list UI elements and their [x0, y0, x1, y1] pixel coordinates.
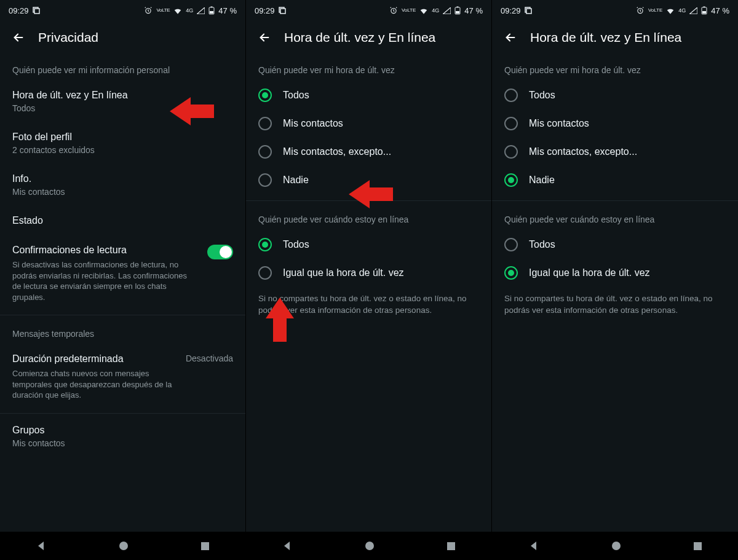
status-bar: 09:29 VoLTE 4G 47 %	[246, 0, 491, 21]
divider	[492, 200, 738, 201]
svg-rect-12	[457, 7, 459, 8]
radio-my-contacts[interactable]: Mis contactos	[246, 109, 491, 138]
svg-rect-1	[34, 9, 39, 14]
radio-everyone[interactable]: Todos	[492, 81, 738, 109]
setting-description: Si desactivas las confirmaciones de lect…	[12, 259, 197, 302]
privacy-note: Si no compartes tu hora de últ. vez o es…	[492, 287, 738, 320]
radio-my-contacts[interactable]: Mis contactos	[492, 109, 738, 138]
radio-label: Mis contactos	[529, 118, 589, 129]
setting-value: Mis contactos	[12, 187, 65, 197]
status-network: 4G	[186, 7, 193, 14]
status-network: 4G	[432, 7, 439, 14]
svg-rect-13	[456, 11, 459, 14]
alarm-icon	[144, 6, 153, 15]
app-bar: Hora de últ. vez y En línea	[492, 21, 738, 54]
status-battery-pct: 47 %	[218, 6, 237, 15]
section-header-disappearing: Mensajes temporales	[0, 318, 245, 345]
nav-back-button[interactable]	[528, 540, 539, 551]
svg-rect-21	[702, 11, 706, 14]
radio-label: Todos	[529, 239, 555, 250]
privacy-note: Si no compartes tu hora de últ. vez o es…	[246, 287, 491, 320]
divider	[0, 315, 245, 315]
setting-status[interactable]: Estado	[0, 207, 245, 236]
radio-my-contacts-except[interactable]: Mis contactos, excepto...	[492, 138, 738, 166]
screen-last-seen-after: 09:29 VoLTE 4G 47 % Hora de últ. vez y E…	[492, 0, 738, 560]
setting-last-seen[interactable]: Hora de últ. vez y En línea Todos	[0, 81, 245, 123]
setting-label: Hora de últ. vez y En línea	[12, 90, 128, 101]
status-volte: VoLTE	[648, 8, 662, 13]
radio-button-icon	[258, 117, 272, 130]
status-bar: 09:29 VoLTE 4G 47	[0, 0, 245, 21]
radio-label: Todos	[529, 90, 555, 101]
battery-icon	[454, 6, 461, 15]
setting-groups[interactable]: Grupos Mis contactos	[0, 416, 245, 458]
radio-online-same-as-last-seen[interactable]: Igual que la hora de últ. vez	[246, 259, 491, 287]
radio-everyone[interactable]: Todos	[246, 81, 491, 109]
back-button[interactable]	[10, 29, 27, 46]
section-header-last-seen: Quién puede ver mi hora de últ. vez	[492, 54, 738, 81]
setting-label: Info.	[12, 173, 31, 184]
radio-label: Todos	[283, 239, 309, 250]
wifi-icon	[419, 7, 428, 14]
svg-rect-15	[447, 542, 455, 550]
alarm-icon	[636, 6, 645, 15]
setting-read-receipts[interactable]: Confirmaciones de lectura Si desactivas …	[0, 236, 245, 312]
svg-rect-23	[694, 542, 702, 550]
divider	[246, 200, 491, 201]
screenshot-icon	[279, 7, 286, 14]
radio-online-everyone[interactable]: Todos	[492, 231, 738, 259]
setting-label: Foto del perfil	[12, 132, 72, 143]
section-header-online: Quién puede ver cuándo estoy en línea	[246, 203, 491, 231]
page-title: Privacidad	[38, 30, 98, 45]
radio-button-icon	[504, 117, 518, 130]
radio-nobody[interactable]: Nadie	[246, 166, 491, 194]
radio-button-icon	[504, 173, 518, 187]
setting-default-timer[interactable]: Duración predeterminada Comienza chats n…	[0, 345, 245, 411]
status-bar: 09:29 VoLTE 4G 47 %	[492, 0, 738, 21]
status-battery-pct: 47 %	[711, 6, 729, 15]
back-button[interactable]	[256, 29, 273, 46]
nav-home-button[interactable]	[365, 541, 375, 551]
nav-back-button[interactable]	[36, 540, 47, 551]
screen-privacy: 09:29 VoLTE 4G 47	[0, 0, 246, 560]
setting-value: Mis contactos	[12, 438, 65, 448]
signal-icon	[443, 7, 451, 14]
nav-back-button[interactable]	[282, 540, 293, 551]
radio-label: Nadie	[529, 175, 555, 186]
divider	[0, 413, 245, 414]
alarm-icon	[389, 6, 398, 15]
radio-label: Mis contactos, excepto...	[283, 146, 391, 157]
radio-button-icon	[258, 266, 272, 280]
radio-button-icon	[258, 89, 272, 102]
app-bar: Privacidad	[0, 21, 245, 54]
read-receipts-toggle[interactable]	[207, 245, 233, 259]
radio-online-same-as-last-seen[interactable]: Igual que la hora de últ. vez	[492, 259, 738, 287]
nav-home-button[interactable]	[119, 541, 129, 551]
radio-button-icon	[504, 266, 518, 280]
svg-point-6	[119, 542, 128, 550]
status-time: 09:29	[255, 6, 275, 15]
svg-rect-20	[704, 7, 705, 8]
screenshot-icon	[33, 7, 40, 14]
section-header-personal: Quién puede ver mi información personal	[0, 54, 245, 81]
screen-last-seen-before: 09:29 VoLTE 4G 47 % Hora de últ. vez y E…	[246, 0, 492, 560]
radio-nobody[interactable]: Nadie	[492, 166, 738, 194]
nav-recent-button[interactable]	[200, 542, 210, 551]
setting-profile-photo[interactable]: Foto del perfil 2 contactos excluidos	[0, 123, 245, 165]
android-nav-bar	[0, 532, 245, 560]
nav-recent-button[interactable]	[446, 542, 456, 551]
nav-recent-button[interactable]	[693, 542, 702, 551]
nav-home-button[interactable]	[611, 541, 621, 551]
svg-rect-5	[210, 11, 213, 14]
section-header-online: Quién puede ver cuándo estoy en línea	[492, 203, 738, 231]
battery-icon	[208, 6, 215, 15]
status-time: 09:29	[501, 6, 521, 15]
radio-online-everyone[interactable]: Todos	[246, 231, 491, 259]
back-button[interactable]	[502, 29, 519, 46]
wifi-icon	[173, 7, 182, 14]
radio-label: Mis contactos, excepto...	[529, 146, 637, 157]
svg-point-14	[365, 542, 374, 550]
radio-my-contacts-except[interactable]: Mis contactos, excepto...	[246, 138, 491, 166]
setting-about[interactable]: Info. Mis contactos	[0, 165, 245, 207]
radio-button-icon	[504, 145, 518, 159]
